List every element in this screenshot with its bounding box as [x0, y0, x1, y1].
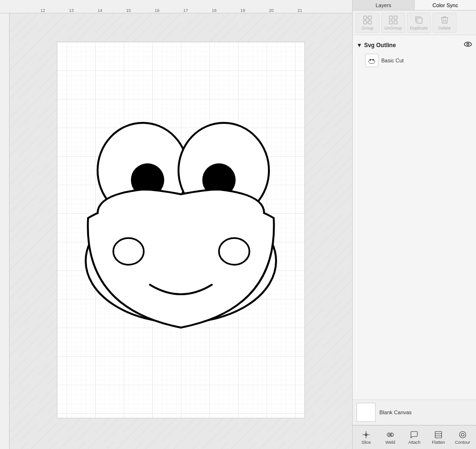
right-panel: Layers Color Sync Group UnGroup [352, 0, 476, 449]
weld-button[interactable]: Weld [379, 428, 402, 447]
layer-list: ▼ Svg Outline [353, 35, 476, 399]
grid-svg [10, 13, 352, 449]
ungroup-button[interactable]: UnGroup [381, 13, 405, 33]
contour-button[interactable]: Contour [451, 428, 474, 447]
bottom-actions: Slice Weld Attach Flatten [353, 425, 476, 449]
ruler-mark-20: 20 [269, 8, 274, 13]
delete-button[interactable]: Delete [433, 13, 456, 33]
svg-rect-22 [394, 20, 397, 24]
svg-point-24 [465, 42, 472, 47]
visibility-icon[interactable] [464, 40, 472, 50]
group-label: Svg Outline [364, 42, 396, 49]
svg-point-29 [369, 59, 371, 61]
layer-item-basic-cut[interactable]: Basic Cut [356, 52, 473, 69]
layer-item-icon [365, 54, 378, 67]
canvas-info: Blank Canvas [353, 399, 476, 425]
slice-button[interactable]: Slice [355, 428, 378, 447]
grid-canvas[interactable] [10, 13, 352, 449]
svg-rect-34 [435, 431, 442, 438]
svg-point-35 [459, 431, 466, 438]
tab-color-sync[interactable]: Color Sync [415, 0, 476, 10]
svg-rect-21 [389, 20, 393, 24]
svg-rect-17 [364, 20, 367, 24]
svg-rect-19 [389, 16, 393, 19]
svg-point-14 [219, 238, 249, 265]
tabs: Layers Color Sync [353, 0, 476, 10]
ruler-top: 12131415161718192021 [0, 0, 352, 13]
layer-group-header[interactable]: ▼ Svg Outline [356, 38, 473, 52]
canvas-label: Blank Canvas [379, 409, 412, 415]
svg-rect-18 [368, 20, 372, 24]
ruler-mark-21: 21 [298, 8, 302, 13]
layer-item-label: Basic Cut [381, 58, 404, 63]
svg-point-13 [113, 238, 144, 265]
ruler-mark-19: 19 [240, 8, 245, 13]
layer-toolbar: Group UnGroup Duplicate [353, 10, 476, 35]
svg-point-30 [372, 59, 374, 61]
ruler-mark-12: 12 [40, 8, 45, 13]
collapse-arrow-icon: ▼ [357, 42, 362, 49]
svg-rect-15 [364, 16, 367, 19]
duplicate-button[interactable]: Duplicate [407, 13, 431, 33]
canvas-thumbnail [357, 403, 376, 422]
ruler-mark-13: 13 [69, 8, 74, 13]
svg-rect-16 [368, 16, 372, 19]
layer-group: ▼ Svg Outline [353, 37, 476, 70]
group-button[interactable]: Group [356, 13, 379, 33]
svg-point-36 [461, 433, 464, 436]
flatten-button[interactable]: Flatten [427, 428, 450, 447]
ruler-mark-18: 18 [212, 8, 217, 13]
ruler-mark-16: 16 [155, 8, 159, 13]
svg-rect-23 [417, 18, 422, 23]
attach-button[interactable]: Attach [403, 428, 426, 447]
canvas-area: 12131415161718192021 [0, 0, 352, 449]
ruler-mark-15: 15 [126, 8, 131, 13]
ruler-mark-14: 14 [98, 8, 102, 13]
svg-point-25 [467, 43, 469, 46]
svg-rect-20 [394, 16, 397, 19]
ruler-mark-17: 17 [183, 8, 188, 13]
ruler-left [0, 13, 10, 449]
tab-layers[interactable]: Layers [353, 0, 415, 10]
